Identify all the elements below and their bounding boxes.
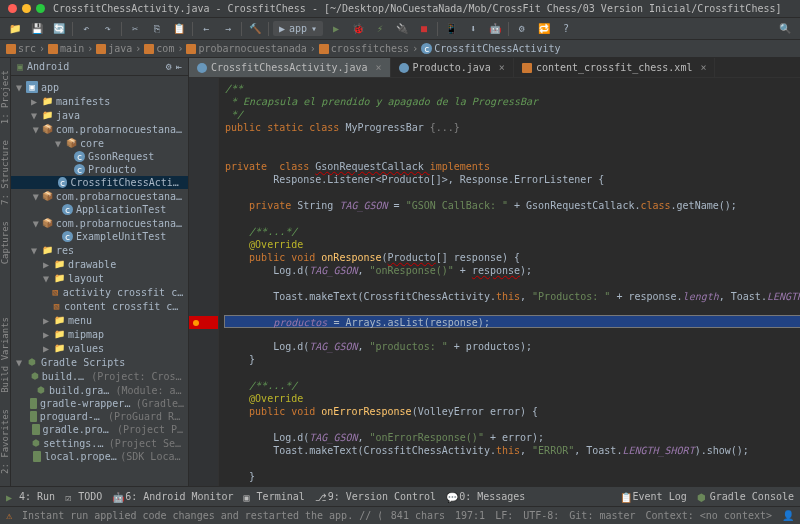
tree-node-menu[interactable]: ▶📁menu [11,313,188,327]
debug-icon[interactable]: 🐞 [349,20,367,38]
maximize-window-icon[interactable] [36,4,45,13]
folder-icon [96,44,106,54]
search-everywhere-icon[interactable]: 🔍 [776,20,794,38]
make-icon[interactable]: 🔨 [246,20,264,38]
breadcrumb-item[interactable]: main [48,43,84,54]
editor-tab[interactable]: Producto.java× [391,58,514,77]
minimize-window-icon[interactable] [22,4,31,13]
tree-node-class[interactable]: cExampleUnitTest [11,230,188,243]
xml-icon: ▧ [51,286,60,298]
tree-node-gradle-file[interactable]: ⬢build.gradle (Project: CrossfitChess) [11,369,188,383]
close-tab-icon[interactable]: × [499,62,505,73]
tree-node-package[interactable]: ▼📦com.probarnocuestanada.crossfitches [11,122,188,136]
run-icon[interactable]: ▶ [327,20,345,38]
captures-tool-tab[interactable]: Captures [0,221,10,264]
tree-node-xml-file[interactable]: ▧content_crossfit_chess.xml [11,299,188,313]
tree-node-package[interactable]: ▼📦com.probarnocuestanada.crossfitches [11,216,188,230]
favorites-tool-tab[interactable]: 2: Favorites [0,409,10,474]
copy-icon[interactable]: ⎘ [148,20,166,38]
code-editor[interactable]: /** * Encapsula el prendido y apagado de… [189,78,800,486]
source-code[interactable]: /** * Encapsula el prendido y apagado de… [219,78,800,486]
project-tool-tab[interactable]: 1: Project [0,70,10,124]
undo-icon[interactable]: ↶ [77,20,95,38]
tree-node-class[interactable]: cApplicationTest [11,203,188,216]
run-tab[interactable]: ▶4: Run [6,491,55,502]
tree-node-manifests[interactable]: ▶📁manifests [11,94,188,108]
collapse-icon[interactable]: ⇤ [176,61,182,72]
build-variants-tool-tab[interactable]: Build Variants [0,317,10,393]
paste-icon[interactable]: 📋 [170,20,188,38]
status-encoding[interactable]: UTF-8: [523,510,559,521]
avd-manager-icon[interactable]: 📱 [442,20,460,38]
gradle-console-tab[interactable]: ⬢Gradle Console [697,491,794,502]
open-file-icon[interactable]: 📁 [6,20,24,38]
tree-node-mipmap[interactable]: ▶📁mipmap [11,327,188,341]
todo-tab[interactable]: ☑TODO [65,491,102,502]
stop-icon[interactable]: ■ [415,20,433,38]
tree-node-gradle-file[interactable]: ⬢build.gradle (Module: app) [11,383,188,397]
breadcrumb-item[interactable]: cCrossfitChessActivity [421,43,560,54]
run-config-select[interactable]: ▶ app ▾ [273,21,323,36]
messages-tab[interactable]: 💬0: Messages [446,491,525,502]
tree-node-props-file[interactable]: gradle.properties (Project Propert [11,423,188,436]
close-window-icon[interactable] [8,4,17,13]
breadcrumb-item[interactable]: src [6,43,36,54]
tree-node-java[interactable]: ▼📁java [11,108,188,122]
vcs-tab[interactable]: ⎇9: Version Control [315,491,436,502]
android-manager-icon[interactable]: 🤖 [486,20,504,38]
package-icon: 📦 [42,190,53,202]
tree-node-layout[interactable]: ▼📁layout [11,271,188,285]
properties-icon [33,451,41,462]
breakpoint-icon[interactable] [189,316,218,329]
status-context[interactable]: Context: <no context> [646,510,772,521]
editor-tab[interactable]: CrossfitChessActivity.java× [189,58,391,77]
tree-node-drawable[interactable]: ▶📁drawable [11,257,188,271]
tree-node-xml-file[interactable]: ▧activity_crossfit_chess.xml [11,285,188,299]
package-icon: 📦 [42,123,53,135]
tree-node-res[interactable]: ▼📁res [11,243,188,257]
close-tab-icon[interactable]: × [376,62,382,73]
close-tab-icon[interactable]: × [700,62,706,73]
apply-changes-icon[interactable]: ⚡ [371,20,389,38]
tree-node-class[interactable]: cCrossfitChessActivity [11,176,188,189]
breadcrumb-item[interactable]: crossfitchess [319,43,409,54]
save-icon[interactable]: 💾 [28,20,46,38]
breadcrumb-item[interactable]: java [96,43,132,54]
sdk-manager-icon[interactable]: ⬇ [464,20,482,38]
tree-node-app[interactable]: ▼▣app [11,80,188,94]
gradle-icon: ⬢ [31,370,39,382]
class-icon: c [74,164,85,175]
status-line-ending[interactable]: LF: [495,510,513,521]
android-monitor-tab[interactable]: 🤖6: Android Monitor [112,491,233,502]
structure-tool-tab[interactable]: 7: Structure [0,140,10,205]
tree-node-gradle-file[interactable]: ⬢settings.gradle (Project Settings) [11,436,188,450]
refresh-icon[interactable]: 🔄 [50,20,68,38]
editor-tab[interactable]: content_crossfit_chess.xml× [514,58,716,77]
inspection-icon[interactable]: 👤 [782,510,794,521]
tree-node-values[interactable]: ▶📁values [11,341,188,355]
tree-node-class[interactable]: cProducto [11,163,188,176]
status-caret-pos[interactable]: 197:1 [455,510,485,521]
terminal-tab[interactable]: ▣Terminal [244,491,305,502]
sync-gradle-icon[interactable]: 🔁 [535,20,553,38]
tree-node-props-file[interactable]: gradle-wrapper.properties (Gradle Versi [11,397,188,410]
tree-node-package[interactable]: ▼📦com.probarnocuestanada.crossfitches [11,189,188,203]
tree-node-props-file[interactable]: local.properties (SDK Location) [11,450,188,463]
project-structure-icon[interactable]: ⚙ [513,20,531,38]
attach-debugger-icon[interactable]: 🔌 [393,20,411,38]
tree-node-core[interactable]: ▼📦core [11,136,188,150]
redo-icon[interactable]: ↷ [99,20,117,38]
status-git-branch[interactable]: Git: master [569,510,635,521]
breadcrumb-item[interactable]: com [144,43,174,54]
back-icon[interactable]: ← [197,20,215,38]
breadcrumb-item[interactable]: probarnocuestanada [186,43,306,54]
settings-icon[interactable]: ⚙ [166,61,172,72]
forward-icon[interactable]: → [219,20,237,38]
help-icon[interactable]: ? [557,20,575,38]
tree-node-proguard-file[interactable]: proguard-rules.pro (ProGuard Rules for a [11,410,188,423]
cut-icon[interactable]: ✂ [126,20,144,38]
project-panel-header[interactable]: ▣ Android ⚙ ⇤ [11,58,188,76]
event-log-tab[interactable]: 📋Event Log [620,491,687,502]
tree-node-gradle-scripts[interactable]: ▼⬢Gradle Scripts [11,355,188,369]
tree-node-class[interactable]: cGsonRequest [11,150,188,163]
